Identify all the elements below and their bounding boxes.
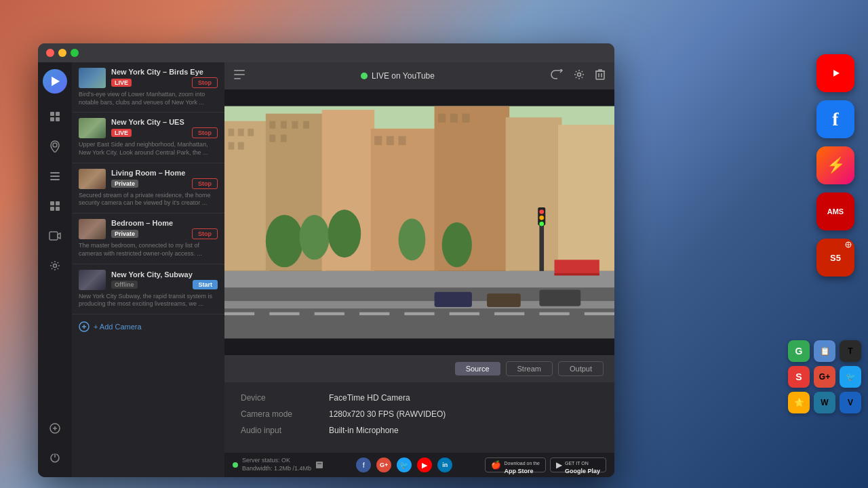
camera-desc-3: Secured stream of a private residence, t… [79, 192, 218, 207]
svg-rect-4 [56, 117, 60, 121]
tab-output[interactable]: Output [558, 361, 604, 376]
sidebar-item-location[interactable] [43, 134, 67, 159]
svg-rect-51 [387, 136, 394, 145]
google-play-badge[interactable]: ▶ GET IT ON Google Play [550, 458, 606, 472]
share-button[interactable] [549, 68, 564, 84]
svg-rect-64 [269, 312, 299, 315]
settings-button[interactable] [572, 68, 586, 84]
svg-rect-45 [281, 121, 287, 129]
sidebar-item-video[interactable] [43, 224, 67, 248]
app-facebook[interactable]: f [816, 100, 854, 138]
svg-rect-44 [269, 121, 275, 129]
minimize-button[interactable] [58, 49, 66, 57]
camera-mode-row: Camera mode 868x488 30 FPS (RAWVIDEO) [241, 409, 598, 419]
svg-point-5 [53, 143, 57, 147]
right-app-icons: f ⚡ AMS S5 [816, 54, 854, 277]
app-small-3[interactable]: T [840, 340, 861, 362]
live-status-text: LIVE on YouTube [372, 71, 435, 81]
ams-label: AMS [827, 207, 844, 216]
close-button[interactable] [46, 49, 54, 57]
menu-icon-button[interactable] [233, 68, 246, 83]
stop-button-2[interactable]: Stop [192, 127, 218, 138]
app-small-5[interactable]: G+ [814, 366, 835, 388]
sidebar-item-power[interactable] [43, 446, 67, 470]
svg-rect-50 [374, 136, 382, 145]
svg-rect-74 [539, 290, 580, 306]
audio-input-label: Audio input [241, 426, 329, 435]
app-small-4[interactable]: S [788, 366, 810, 388]
main-window: New York City – Birds Eye LIVE Stop Bird… [38, 43, 614, 477]
social-google[interactable]: G+ [376, 458, 391, 472]
bandwidth-text: Bandwidth: 1.2Mb /1.4Mb [242, 465, 311, 473]
svg-rect-12 [56, 207, 60, 211]
status-badge-3: Private [111, 180, 138, 188]
camera-name-1: New York City – Birds Eye [111, 68, 218, 76]
device-value: FaceTime HD Camera [329, 393, 410, 403]
svg-point-80 [539, 222, 544, 226]
stop-button-1[interactable]: Stop [192, 77, 218, 88]
stop-button-3[interactable]: Stop [192, 178, 218, 189]
sidebar-item-settings[interactable] [43, 253, 67, 278]
app-youtube[interactable] [816, 54, 854, 92]
svg-point-15 [54, 264, 57, 268]
app-small-9[interactable]: V [840, 392, 861, 413]
svg-marker-0 [52, 77, 60, 86]
svg-rect-1 [50, 112, 54, 116]
camera-thumb-4 [79, 219, 106, 239]
camera-item-2[interactable]: New York City – UES LIVE Stop Upper East… [72, 113, 224, 163]
social-linkedin[interactable]: in [437, 458, 452, 472]
camera-list: New York City – Birds Eye LIVE Stop Bird… [72, 62, 224, 477]
app-small-1[interactable]: G [788, 340, 810, 362]
svg-rect-73 [487, 293, 521, 307]
app-store-badge[interactable]: 🍎 Download on the App Store [485, 458, 546, 472]
svg-point-59 [399, 218, 426, 260]
svg-point-57 [300, 215, 330, 260]
sidebar-item-plus[interactable] [43, 416, 67, 441]
svg-rect-48 [269, 135, 275, 142]
camera-item-1[interactable]: New York City – Birds Eye LIVE Stop Bird… [72, 62, 224, 113]
social-twitter[interactable]: 🐦 [397, 458, 412, 472]
svg-point-26 [578, 73, 581, 77]
stop-button-4[interactable]: Stop [192, 228, 218, 239]
tab-source[interactable]: Source [455, 362, 500, 375]
apple-icon: 🍎 [491, 460, 501, 470]
camera-name-3: Living Room – Home [111, 169, 218, 177]
camera-item-3[interactable]: Living Room – Home Private Stop Secured … [72, 163, 224, 214]
svg-rect-71 [585, 312, 614, 315]
svg-rect-27 [596, 71, 604, 79]
camera-item-4[interactable]: Bedroom – Home Private Stop The master b… [72, 214, 224, 264]
info-panel: Device FaceTime HD Camera Camera mode 12… [224, 382, 614, 453]
camera-thumb-2 [79, 118, 106, 138]
social-youtube[interactable]: ▶ [417, 458, 432, 472]
sidebar-item-grid[interactable] [43, 194, 67, 218]
audio-input-value: Built-in Microphone [329, 426, 399, 435]
svg-rect-37 [506, 117, 562, 271]
maximize-button[interactable] [71, 49, 79, 57]
sidebar-item-list[interactable] [43, 164, 67, 188]
svg-rect-41 [248, 129, 254, 136]
s5-label: S5 [830, 253, 841, 263]
app-ninja[interactable]: ⚡ [816, 146, 854, 184]
add-camera-button[interactable]: + Add Camera [72, 314, 224, 339]
app-ams[interactable]: AMS [816, 192, 854, 230]
sidebar-item-channels[interactable] [43, 104, 67, 129]
svg-rect-53 [438, 114, 446, 123]
main-content: LIVE on YouTube [224, 62, 614, 477]
sidebar [38, 62, 72, 477]
app-small-2[interactable]: 📋 [814, 340, 835, 362]
camera-item-5[interactable]: New York City, Subway Offline Start New … [72, 264, 224, 314]
app-scope5[interactable]: S5 [816, 239, 854, 277]
delete-button[interactable] [594, 68, 606, 84]
svg-rect-83 [316, 462, 323, 468]
start-button-5[interactable]: Start [193, 280, 218, 289]
add-camera-label: + Add Camera [94, 323, 142, 331]
google-play-icon: ▶ [556, 460, 562, 470]
social-facebook[interactable]: f [356, 458, 371, 472]
app-small-8[interactable]: W [814, 392, 835, 413]
app-logo[interactable] [43, 69, 67, 94]
social-icons: f G+ 🐦 ▶ in [356, 458, 452, 472]
app-small-7[interactable]: ⭐ [788, 392, 810, 413]
app-small-6[interactable]: 🐦 [840, 366, 861, 388]
tab-stream[interactable]: Stream [506, 361, 553, 376]
svg-rect-84 [317, 463, 321, 464]
